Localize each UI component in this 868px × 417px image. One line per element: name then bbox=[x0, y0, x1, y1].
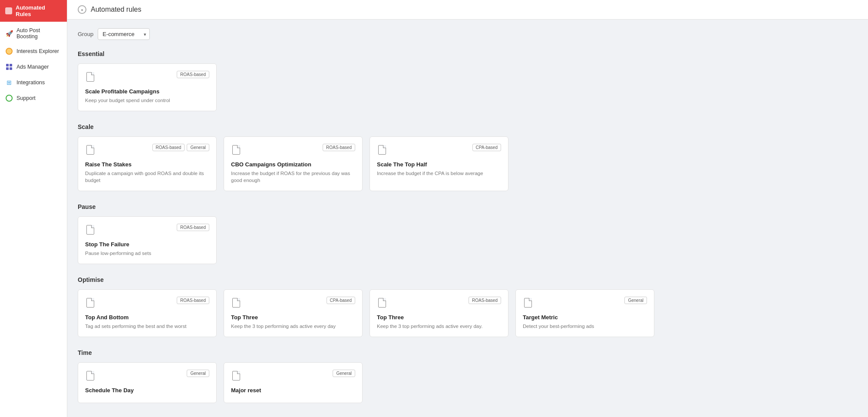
puzzle-icon: ⊞ bbox=[5, 79, 13, 86]
page-header: ● Automated rules bbox=[67, 0, 868, 20]
sidebar-header-automated-rules[interactable]: Automated Rules bbox=[0, 0, 67, 22]
card-scale-top-half[interactable]: CPA-based Scale The Top Half Increase th… bbox=[370, 136, 508, 191]
card-desc: Keep the 3 top performing ads active eve… bbox=[377, 323, 501, 330]
doc-icon bbox=[85, 71, 96, 83]
doc-icon bbox=[85, 224, 96, 236]
doc-icon bbox=[231, 144, 241, 156]
sidebar-item-interests-explorer[interactable]: Interests Explorer bbox=[0, 43, 67, 59]
card-top: ROAS-based bbox=[85, 297, 209, 309]
group-selector: Group E-commerce General Custom bbox=[78, 28, 858, 40]
card-badges: ROAS-based General bbox=[152, 144, 210, 151]
group-label: Group bbox=[78, 31, 93, 37]
card-title: Schedule The Day bbox=[85, 387, 209, 394]
card-scale-profitable[interactable]: ROAS-based Scale Profitable Campaigns Ke… bbox=[78, 63, 217, 111]
card-top-three-roas[interactable]: ROAS-based Top Three Keep the 3 top perf… bbox=[370, 289, 508, 337]
badge-general: General bbox=[187, 370, 209, 377]
card-badges: ROAS-based bbox=[177, 71, 209, 78]
doc-icon bbox=[377, 144, 387, 156]
card-major-reset[interactable]: General Major reset bbox=[224, 362, 363, 403]
badge-roas: ROAS-based bbox=[469, 297, 501, 304]
doc-icon bbox=[85, 370, 96, 382]
card-top: General bbox=[523, 297, 647, 309]
doc-icon bbox=[231, 297, 241, 309]
sidebar-item-ads-manager[interactable]: Ads Manager bbox=[0, 59, 67, 75]
sidebar-nav: 🚀 Auto Post Boosting Interests Explorer … bbox=[0, 22, 67, 108]
cards-grid-optimise: ROAS-based Top And Bottom Tag ad sets pe… bbox=[78, 289, 858, 337]
sidebar: Automated Rules 🚀 Auto Post Boosting Int… bbox=[0, 0, 67, 417]
sidebar-item-integrations[interactable]: ⊞ Integrations bbox=[0, 75, 67, 90]
card-badges: General bbox=[333, 370, 355, 377]
section-title-time: Time bbox=[78, 349, 858, 356]
sidebar-item-auto-post-boosting[interactable]: 🚀 Auto Post Boosting bbox=[0, 23, 67, 43]
card-top: General bbox=[85, 370, 209, 382]
content-area: Group E-commerce General Custom Essentia… bbox=[67, 20, 868, 417]
card-badges: ROAS-based bbox=[177, 224, 209, 231]
group-select[interactable]: E-commerce General Custom bbox=[98, 28, 150, 40]
badge-cpa: CPA-based bbox=[472, 144, 501, 151]
card-stop-failure[interactable]: ROAS-based Stop The Failure Pause low-pe… bbox=[78, 216, 217, 264]
card-raise-stakes[interactable]: ROAS-based General Raise The Stakes Dupl… bbox=[78, 136, 217, 191]
card-top-bottom[interactable]: ROAS-based Top And Bottom Tag ad sets pe… bbox=[78, 289, 217, 337]
card-top: General bbox=[231, 370, 355, 382]
group-select-wrapper: E-commerce General Custom bbox=[98, 28, 150, 40]
card-desc: Duplicate a campaign with good ROAS and … bbox=[85, 170, 209, 184]
card-title: Major reset bbox=[231, 387, 355, 394]
card-desc: Increase the budget if the CPA is below … bbox=[377, 170, 501, 177]
sidebar-active-label: Automated Rules bbox=[16, 4, 62, 17]
card-title: Target Metric bbox=[523, 314, 647, 321]
card-title: Scale The Top Half bbox=[377, 161, 501, 168]
badge-roas: ROAS-based bbox=[177, 224, 209, 231]
doc-icon bbox=[231, 370, 241, 382]
card-top-three-cpa[interactable]: CPA-based Top Three Keep the 3 top perfo… bbox=[224, 289, 363, 337]
badge-roas: ROAS-based bbox=[177, 71, 209, 78]
doc-icon bbox=[85, 297, 96, 309]
card-title: Top And Bottom bbox=[85, 314, 209, 321]
badge-general: General bbox=[187, 144, 209, 151]
section-scale: Scale ROAS-based General Raise The Stake… bbox=[78, 123, 858, 191]
card-title: Top Three bbox=[231, 314, 355, 321]
sidebar-item-support[interactable]: Support bbox=[0, 90, 67, 106]
grid-icon bbox=[5, 63, 13, 71]
card-desc: Tag ad sets performing the best and the … bbox=[85, 323, 209, 330]
card-cbo-optimization[interactable]: ROAS-based CBO Campaigns Optimization In… bbox=[224, 136, 363, 191]
support-icon bbox=[5, 94, 13, 102]
rules-icon bbox=[5, 7, 12, 14]
card-desc: Keep the 3 top performing ads active eve… bbox=[231, 323, 355, 330]
card-badges: ROAS-based bbox=[469, 297, 501, 304]
card-badges: CPA-based bbox=[327, 297, 355, 304]
sidebar-label-integrations: Integrations bbox=[17, 79, 45, 86]
card-top: ROAS-based bbox=[231, 144, 355, 156]
section-title-essential: Essential bbox=[78, 50, 858, 57]
badge-general: General bbox=[333, 370, 355, 377]
section-title-scale: Scale bbox=[78, 123, 858, 130]
card-top: ROAS-based bbox=[85, 224, 209, 236]
card-badges: General bbox=[624, 297, 647, 304]
card-top: ROAS-based General bbox=[85, 144, 209, 156]
section-title-optimise: Optimise bbox=[78, 276, 858, 283]
doc-icon bbox=[377, 297, 387, 309]
sidebar-label-support: Support bbox=[17, 95, 36, 101]
card-schedule-day[interactable]: General Schedule The Day bbox=[78, 362, 217, 403]
section-pause: Pause ROAS-based Stop The Failure Pause … bbox=[78, 203, 858, 264]
cards-grid-scale: ROAS-based General Raise The Stakes Dupl… bbox=[78, 136, 858, 191]
card-title: Top Three bbox=[377, 314, 501, 321]
sidebar-label-ads-manager: Ads Manager bbox=[17, 64, 49, 70]
card-badges: General bbox=[187, 370, 209, 377]
doc-icon bbox=[85, 144, 96, 156]
card-desc: Pause low-performing ad sets bbox=[85, 250, 209, 257]
sidebar-label-interests-explorer: Interests Explorer bbox=[17, 48, 59, 54]
page-header-icon: ● bbox=[78, 5, 86, 14]
card-badges: ROAS-based bbox=[323, 144, 355, 151]
badge-general: General bbox=[624, 297, 647, 304]
badge-roas: ROAS-based bbox=[177, 297, 209, 304]
page-title: Automated rules bbox=[91, 6, 142, 13]
card-desc: Keep your budget spend under control bbox=[85, 97, 209, 104]
badge-roas: ROAS-based bbox=[152, 144, 185, 151]
card-desc: Detect your best-performing ads bbox=[523, 323, 647, 330]
cards-grid-time: General Schedule The Day General Major r… bbox=[78, 362, 858, 403]
card-title: Stop The Failure bbox=[85, 241, 209, 248]
card-top: ROAS-based bbox=[85, 71, 209, 83]
section-time: Time General Schedule The Day bbox=[78, 349, 858, 403]
cards-grid-essential: ROAS-based Scale Profitable Campaigns Ke… bbox=[78, 63, 858, 111]
card-target-metric[interactable]: General Target Metric Detect your best-p… bbox=[515, 289, 654, 337]
